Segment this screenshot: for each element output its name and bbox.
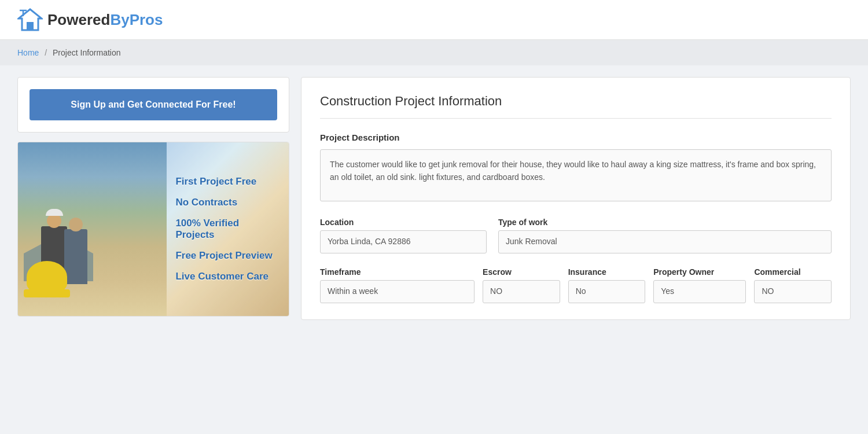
signup-button[interactable]: Sign Up and Get Connected For Free! bbox=[30, 89, 277, 120]
sidebar: Sign Up and Get Connected For Free! Firs… bbox=[17, 77, 289, 320]
insurance-value: No bbox=[568, 280, 646, 303]
escrow-field-group: Escrow NO bbox=[483, 267, 560, 303]
commercial-label: Commercial bbox=[754, 267, 832, 277]
promo-feature-5: Live Customer Care bbox=[175, 271, 269, 282]
escrow-label: Escrow bbox=[483, 267, 560, 277]
location-value: Yorba Linda, CA 92886 bbox=[320, 230, 487, 253]
header: PoweredByPros bbox=[0, 0, 868, 40]
breadcrumb: Home / Project Information bbox=[0, 40, 868, 65]
location-label: Location bbox=[320, 218, 487, 227]
logo-icon bbox=[17, 8, 43, 31]
helmet-prop bbox=[27, 261, 67, 293]
breadcrumb-home-link[interactable]: Home bbox=[17, 48, 39, 57]
timeframe-label: Timeframe bbox=[320, 267, 475, 277]
panel-title: Construction Project Information bbox=[320, 94, 832, 119]
commercial-field-group: Commercial NO bbox=[754, 267, 832, 303]
logo: PoweredByPros bbox=[17, 8, 163, 31]
description-text: The customer would like to get junk remo… bbox=[320, 149, 832, 201]
timeframe-field-group: Timeframe Within a week bbox=[320, 267, 475, 303]
svg-rect-1 bbox=[27, 22, 34, 30]
promo-feature-4: Free Project Preview bbox=[175, 250, 272, 262]
promo-card: First Project Free No Contracts 100% Ver… bbox=[17, 142, 289, 317]
logo-text: PoweredByPros bbox=[47, 11, 163, 29]
description-label: Project Description bbox=[320, 133, 832, 142]
promo-image: First Project Free No Contracts 100% Ver… bbox=[18, 142, 289, 316]
insurance-field-group: Insurance No bbox=[568, 267, 646, 303]
promo-scene: First Project Free No Contracts 100% Ver… bbox=[18, 142, 289, 316]
prop-owner-field-group: Property Owner Yes bbox=[653, 267, 746, 303]
escrow-value: NO bbox=[483, 280, 560, 303]
location-work-row: Location Yorba Linda, CA 92886 Type of w… bbox=[320, 218, 832, 253]
project-panel: Construction Project Information Project… bbox=[301, 77, 851, 320]
prop-owner-value: Yes bbox=[653, 280, 746, 303]
timeframe-value: Within a week bbox=[320, 280, 475, 303]
promo-feature-1: First Project Free bbox=[175, 176, 256, 187]
promo-text-overlay: First Project Free No Contracts 100% Ver… bbox=[167, 142, 289, 316]
prop-owner-label: Property Owner bbox=[653, 267, 746, 277]
commercial-value: NO bbox=[754, 280, 832, 303]
location-field-group: Location Yorba Linda, CA 92886 bbox=[320, 218, 487, 253]
worker2-silhouette bbox=[64, 229, 87, 284]
work-type-field-group: Type of work Junk Removal bbox=[498, 218, 832, 253]
work-type-value: Junk Removal bbox=[498, 230, 832, 253]
promo-construction-image bbox=[18, 142, 167, 316]
promo-feature-3: 100% Verified Projects bbox=[175, 218, 280, 241]
main-content: Sign Up and Get Connected For Free! Firs… bbox=[0, 65, 868, 332]
signup-card: Sign Up and Get Connected For Free! bbox=[17, 77, 289, 133]
breadcrumb-separator: / bbox=[45, 48, 47, 57]
promo-feature-2: No Contracts bbox=[175, 197, 237, 208]
work-type-label: Type of work bbox=[498, 218, 832, 227]
breadcrumb-current-page: Project Information bbox=[53, 48, 121, 57]
bottom-fields-row: Timeframe Within a week Escrow NO Insura… bbox=[320, 267, 832, 303]
insurance-label: Insurance bbox=[568, 267, 646, 277]
